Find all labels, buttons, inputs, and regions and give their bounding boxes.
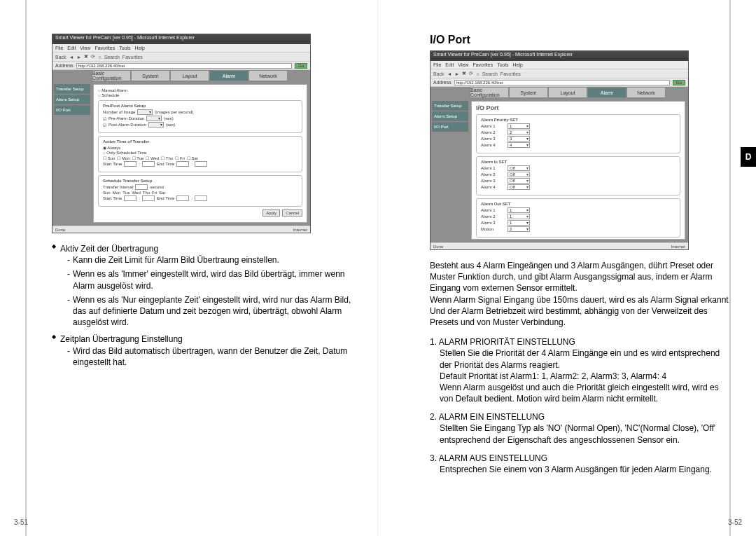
address-input[interactable]: http://192.168.226.40/net bbox=[76, 63, 292, 69]
sidebar-item-transfer[interactable]: Transfer Setup bbox=[432, 101, 468, 111]
day-wed[interactable]: Wed bbox=[146, 156, 159, 160]
alarm-in-select[interactable]: Off bbox=[507, 165, 530, 171]
status-left: Done bbox=[55, 228, 65, 232]
day-thu[interactable]: Thu bbox=[161, 156, 173, 160]
radio-scheduled[interactable]: Only Scheduled Time bbox=[103, 151, 146, 155]
sidebar-item-io[interactable]: I/O Port bbox=[432, 122, 468, 132]
stop-icon[interactable]: ✖ bbox=[84, 54, 88, 60]
radio-always[interactable]: Always bbox=[103, 145, 120, 150]
s2-end-h[interactable] bbox=[176, 195, 189, 201]
cancel-button[interactable]: Cancel bbox=[282, 209, 302, 217]
address-label: Address bbox=[55, 63, 74, 68]
day-tue[interactable]: Tue bbox=[132, 156, 144, 160]
menu-item[interactable]: Edit bbox=[445, 62, 454, 67]
back-button[interactable]: Back bbox=[55, 55, 66, 60]
favorites-button[interactable]: Favorites bbox=[500, 71, 521, 76]
radio-manual-alarm[interactable]: Manual Alarm bbox=[98, 88, 127, 92]
nav-icon[interactable]: ◄ bbox=[69, 55, 74, 60]
tab-alarm[interactable]: Alarm bbox=[587, 87, 626, 98]
alarm-in-select[interactable]: Off bbox=[507, 172, 530, 177]
group-title: Alarm In SET bbox=[481, 160, 676, 164]
tab-basic[interactable]: Basic Configuration bbox=[470, 87, 509, 98]
pre-alarm-check[interactable] bbox=[103, 116, 106, 121]
tab-alarm[interactable]: Alarm bbox=[209, 70, 248, 81]
menu-item[interactable]: Help bbox=[135, 46, 145, 50]
sidebar-item-alarm[interactable]: Alarm Setup bbox=[54, 95, 90, 104]
interval-input[interactable] bbox=[135, 184, 148, 190]
priority-select[interactable]: 4 bbox=[507, 142, 530, 148]
start-h[interactable] bbox=[124, 161, 136, 167]
go-button[interactable]: Go bbox=[673, 80, 685, 85]
day: Tue bbox=[122, 191, 130, 195]
sub-point: Wenn es als 'Nur eingeplante Zeit' einge… bbox=[67, 294, 353, 329]
alarm-out-select[interactable]: 2 bbox=[507, 226, 530, 232]
day-fri[interactable]: Fri bbox=[175, 156, 185, 160]
menu-item[interactable]: Help bbox=[513, 62, 523, 67]
menu-item[interactable]: Tools bbox=[119, 46, 130, 50]
menu-item[interactable]: Favorites bbox=[94, 46, 115, 50]
sidebar-item-alarm[interactable]: Alarm Setup bbox=[432, 111, 468, 121]
images-per-sec-select[interactable] bbox=[137, 109, 153, 115]
tab-layout[interactable]: Layout bbox=[170, 70, 209, 81]
priority-select[interactable]: 2 bbox=[507, 130, 530, 135]
s2-start-m[interactable] bbox=[142, 195, 155, 201]
search-button[interactable]: Search bbox=[482, 71, 498, 76]
priority-select[interactable]: 3 bbox=[507, 136, 530, 142]
day-mon[interactable]: Mon bbox=[117, 156, 130, 160]
alarm-in-select[interactable]: Off bbox=[507, 178, 530, 184]
go-button[interactable]: Go bbox=[295, 63, 307, 69]
group-title: Alarm Priority SET bbox=[481, 118, 676, 122]
menu-item[interactable]: View bbox=[458, 62, 468, 67]
apply-button[interactable]: Apply bbox=[262, 209, 280, 217]
day: Sat bbox=[159, 191, 165, 195]
menu-item[interactable]: Tools bbox=[497, 62, 508, 67]
tab-system[interactable]: System bbox=[131, 70, 170, 81]
alarm-in-select[interactable]: Off bbox=[507, 184, 530, 190]
home-icon[interactable]: ⌂ bbox=[476, 71, 479, 76]
favorites-button[interactable]: Favorites bbox=[122, 55, 143, 60]
back-button[interactable]: Back bbox=[433, 71, 444, 76]
alarm-out-select[interactable]: 1 bbox=[507, 214, 530, 219]
menu-item[interactable]: Favorites bbox=[472, 62, 493, 67]
tab-system[interactable]: System bbox=[509, 87, 548, 98]
nav-icon[interactable]: ◄ bbox=[447, 71, 452, 76]
group-alarm-out: Alarm Out SET Alarm 11 Alarm 21 Alarm 31… bbox=[476, 198, 680, 238]
end-h[interactable] bbox=[176, 161, 189, 167]
tab-layout[interactable]: Layout bbox=[548, 87, 587, 98]
refresh-icon[interactable]: ⟳ bbox=[469, 71, 473, 76]
priority-select[interactable]: 1 bbox=[507, 123, 530, 129]
search-button[interactable]: Search bbox=[104, 55, 120, 60]
home-icon[interactable]: ⌂ bbox=[98, 55, 101, 60]
alarm-out-select[interactable]: 1 bbox=[507, 220, 530, 226]
end-m[interactable] bbox=[195, 161, 207, 167]
nav-icon[interactable]: ► bbox=[455, 71, 460, 76]
menu-item[interactable]: Edit bbox=[67, 46, 76, 50]
row-label: Alarm 2 bbox=[481, 172, 505, 177]
day-sat[interactable]: Sat bbox=[187, 156, 198, 160]
menu-item[interactable]: View bbox=[80, 46, 90, 50]
s2-start-h[interactable] bbox=[124, 195, 136, 201]
num-desc: Stellten Sie Eingang Typ als 'NO' (Norma… bbox=[430, 422, 731, 445]
tab-network[interactable]: Network bbox=[626, 87, 666, 98]
stop-icon[interactable]: ✖ bbox=[462, 71, 466, 76]
s2-end-m[interactable] bbox=[195, 195, 207, 201]
post-alarm-select[interactable] bbox=[148, 122, 164, 128]
nav-icon[interactable]: ► bbox=[77, 55, 82, 60]
post-alarm-check[interactable] bbox=[103, 123, 106, 128]
tab-network[interactable]: Network bbox=[248, 70, 288, 81]
menu-item[interactable]: File bbox=[433, 62, 441, 67]
group-title: Pre/Post Alarm Setup bbox=[103, 104, 298, 108]
tab-basic[interactable]: Basic Configuration bbox=[92, 70, 131, 81]
alarm-out-select[interactable]: 1 bbox=[507, 207, 530, 213]
sidebar-item-io[interactable]: I/O Port bbox=[54, 105, 90, 115]
radio-schedule[interactable]: Schedule bbox=[98, 93, 119, 97]
start-m[interactable] bbox=[142, 161, 155, 167]
group-alarm-in: Alarm In SET Alarm 1Off Alarm 2Off Alarm… bbox=[476, 156, 680, 195]
group-title: Active Time of Transfer bbox=[103, 139, 298, 144]
menu-item[interactable]: File bbox=[55, 46, 63, 50]
refresh-icon[interactable]: ⟳ bbox=[91, 54, 95, 60]
sidebar-item-transfer[interactable]: Transfer Setup bbox=[54, 84, 90, 94]
pre-alarm-select[interactable] bbox=[146, 116, 162, 121]
day-sun[interactable]: Sun bbox=[103, 156, 115, 160]
address-input[interactable]: http://192.168.226.40/net bbox=[454, 80, 670, 85]
